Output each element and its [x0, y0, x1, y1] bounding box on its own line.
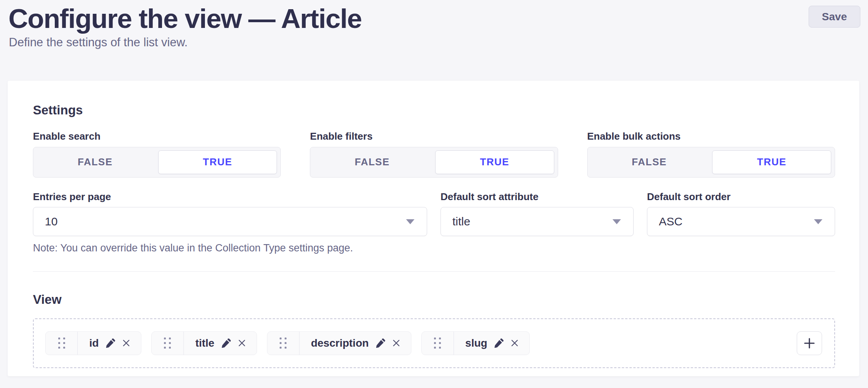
- enable-filters-true-option[interactable]: TRUE: [435, 150, 554, 174]
- view-fields-drop-zone: id title: [33, 318, 835, 368]
- remove-field-button[interactable]: [122, 339, 131, 347]
- drag-handle-icon[interactable]: [152, 332, 184, 355]
- enable-bulk-actions-label: Enable bulk actions: [587, 131, 835, 142]
- entries-per-page-select[interactable]: 10: [33, 207, 427, 236]
- pencil-icon: [105, 338, 116, 348]
- pencil-icon: [494, 338, 504, 348]
- settings-toggles-row: Enable search FALSE TRUE Enable filters …: [33, 131, 835, 178]
- configuration-card: Settings Enable search FALSE TRUE Enable…: [8, 81, 859, 376]
- entries-per-page-value: 10: [45, 215, 57, 228]
- enable-bulk-actions-toggle: FALSE TRUE: [587, 147, 835, 178]
- enable-search-label: Enable search: [33, 131, 281, 142]
- entries-per-page-label: Entries per page: [33, 191, 427, 202]
- enable-filters-false-option[interactable]: FALSE: [310, 147, 434, 177]
- remove-field-button[interactable]: [237, 339, 246, 347]
- remove-field-button[interactable]: [392, 339, 401, 347]
- select-field-entries-per-page: Entries per page 10: [33, 191, 427, 236]
- field-chip-title[interactable]: title: [151, 331, 257, 355]
- save-button[interactable]: Save: [809, 6, 860, 28]
- drag-handle-icon[interactable]: [422, 332, 454, 355]
- field-chip-label: description: [311, 338, 369, 349]
- enable-search-toggle: FALSE TRUE: [33, 147, 281, 178]
- pencil-icon: [375, 338, 386, 348]
- settings-selects-row: Entries per page 10 Default sort attribu…: [33, 191, 835, 236]
- page-title: Configure the view — Article: [8, 4, 362, 34]
- remove-field-button[interactable]: [510, 339, 519, 347]
- default-sort-attribute-select[interactable]: title: [441, 207, 634, 236]
- settings-heading: Settings: [33, 104, 835, 116]
- select-field-default-sort-attribute: Default sort attribute title: [441, 191, 634, 236]
- field-chip-list: id title: [45, 331, 530, 355]
- section-divider: [33, 271, 835, 272]
- field-chip-slug[interactable]: slug: [421, 331, 530, 355]
- close-icon: [510, 339, 519, 347]
- default-sort-attribute-label: Default sort attribute: [441, 191, 634, 202]
- default-sort-order-label: Default sort order: [647, 191, 835, 202]
- select-field-default-sort-order: Default sort order ASC: [647, 191, 835, 236]
- caret-down-icon: [406, 219, 414, 224]
- default-sort-attribute-value: title: [452, 215, 470, 228]
- enable-search-false-option[interactable]: FALSE: [33, 147, 157, 177]
- view-heading: View: [33, 293, 835, 306]
- entries-per-page-note: Note: You can override this value in the…: [33, 242, 835, 254]
- enable-filters-label: Enable filters: [310, 131, 558, 142]
- caret-down-icon: [814, 219, 822, 224]
- toggle-field-enable-bulk-actions: Enable bulk actions FALSE TRUE: [587, 131, 835, 178]
- close-icon: [237, 339, 246, 347]
- field-chip-label: id: [89, 338, 99, 349]
- pencil-icon: [221, 338, 231, 348]
- edit-field-button[interactable]: [221, 338, 231, 348]
- field-chip-id[interactable]: id: [45, 331, 141, 355]
- toggle-field-enable-filters: Enable filters FALSE TRUE: [310, 131, 558, 178]
- edit-field-button[interactable]: [105, 338, 116, 348]
- enable-search-true-option[interactable]: TRUE: [158, 150, 277, 174]
- drag-handle-icon[interactable]: [46, 332, 78, 355]
- enable-bulk-actions-true-option[interactable]: TRUE: [712, 150, 831, 174]
- page-subtitle: Define the settings of the list view.: [9, 35, 188, 49]
- default-sort-order-select[interactable]: ASC: [647, 207, 835, 236]
- close-icon: [392, 339, 401, 347]
- field-chip-label: title: [195, 338, 215, 349]
- edit-field-button[interactable]: [375, 338, 386, 348]
- plus-icon: [803, 337, 816, 350]
- caret-down-icon: [613, 219, 621, 224]
- enable-filters-toggle: FALSE TRUE: [310, 147, 558, 178]
- default-sort-order-value: ASC: [659, 215, 683, 228]
- add-field-button[interactable]: [797, 331, 822, 355]
- enable-bulk-actions-false-option[interactable]: FALSE: [588, 147, 711, 177]
- field-chip-description[interactable]: description: [267, 331, 411, 355]
- drag-handle-icon[interactable]: [267, 332, 300, 355]
- edit-field-button[interactable]: [494, 338, 504, 348]
- toggle-field-enable-search: Enable search FALSE TRUE: [33, 131, 281, 178]
- page-header: Configure the view — Article Define the …: [0, 0, 868, 81]
- field-chip-label: slug: [465, 338, 488, 349]
- close-icon: [122, 339, 131, 347]
